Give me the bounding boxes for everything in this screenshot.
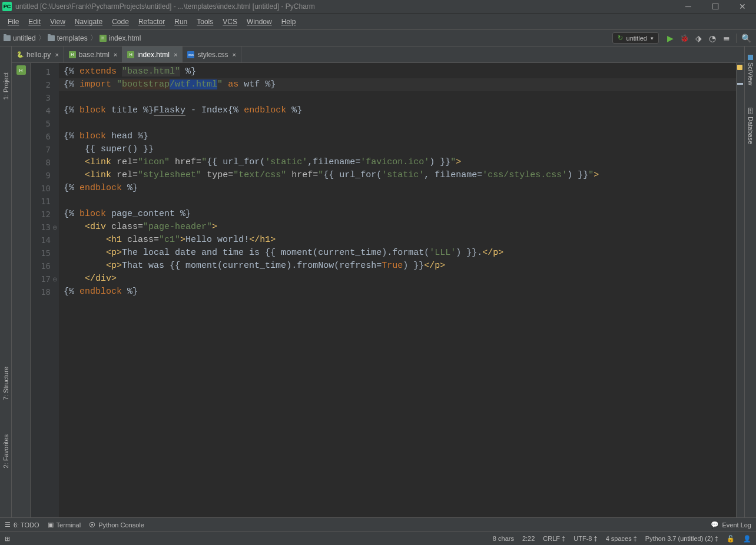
editor-tab[interactable]: 🐍hello.py× [12,46,64,62]
bottom-tool-strip: ☰6: TODO ▣Terminal ⦿Python Console 💬Even… [0,517,756,531]
line-number: 12 [31,208,59,221]
separator [736,34,737,43]
menu-tools[interactable]: Tools [193,15,217,28]
menu-navigate[interactable]: Navigate [71,15,107,28]
breadcrumb-item[interactable]: untitled [4,34,36,42]
close-icon[interactable]: × [114,51,117,58]
editor-tab[interactable]: cssstyles.css× [183,46,241,62]
folder-icon [4,35,11,41]
terminal-icon: ▣ [48,521,54,529]
hector-icon[interactable]: 👤 [743,535,751,543]
tool-project[interactable]: 1: Project [2,70,9,102]
profile-button[interactable]: ◔ [706,32,719,45]
status-position[interactable]: 2:22 [522,535,535,542]
file-type-icon: H [16,65,26,75]
search-everywhere-button[interactable]: 🔍 [740,32,752,45]
marker-bar[interactable] [736,63,744,517]
todo-icon: ☰ [5,521,11,529]
close-icon[interactable]: × [232,51,236,58]
editor-tab[interactable]: Hindex.html× [122,46,183,62]
tool-python-console[interactable]: ⦿Python Console [89,521,144,529]
debug-button[interactable]: 🐞 [678,32,691,45]
code-area[interactable]: {% extends "base.html" %} {% import "boo… [59,63,736,517]
line-number: 4 [31,104,59,117]
tool-database[interactable]: 🗄Database [747,105,754,147]
database-icon: 🗄 [747,108,754,114]
nav-gutter: H [12,63,31,517]
right-tool-strip: SciView 🗄Database [744,46,756,517]
css-icon: css [187,51,194,58]
editor-tab[interactable]: Hbase.html× [64,46,122,62]
line-number: 18 [31,285,59,298]
close-icon[interactable]: × [174,51,177,58]
analysis-indicator[interactable] [737,65,742,70]
read-only-icon[interactable]: 🔓 [727,535,735,543]
breadcrumb-item[interactable]: templates [48,34,88,42]
html-icon: H [69,51,76,58]
run-configuration-selector[interactable]: untitled [612,32,659,44]
line-number: 1 [31,65,59,78]
line-number: 5 [31,117,59,130]
status-line-ending[interactable]: CRLF ‡ [543,535,565,542]
status-encoding[interactable]: UTF-8 ‡ [573,535,597,542]
menubar: File Edit View Navigate Code Refactor Ru… [0,14,756,30]
menu-refactor[interactable]: Refactor [134,15,169,28]
app-icon: PC [2,2,12,11]
menu-help[interactable]: Help [277,15,300,28]
menu-run[interactable]: Run [170,15,191,28]
python-console-icon: ⦿ [89,521,95,529]
menu-vcs[interactable]: VCS [218,15,241,28]
line-number-gutter: 1 2 3 4 5 6 7 8 9 10 11 12 13 14 15 16 1… [31,63,59,517]
event-log-icon: 💬 [711,521,719,529]
folder-icon [48,35,55,41]
line-number: 3 [31,91,59,104]
line-number: 9 [31,169,59,182]
editor-tabs: 🐍hello.py× Hbase.html× Hindex.html× csss… [12,46,744,63]
caret-mark [737,83,743,85]
event-log-button[interactable]: 💬Event Log [711,521,751,529]
breadcrumb-item[interactable]: Hindex.html [100,34,141,42]
html-icon: H [100,35,107,42]
tool-sciview[interactable]: SciView [747,52,754,88]
concurrency-button[interactable]: ≣ [720,32,733,45]
line-number: 11 [31,195,59,208]
line-number: 2 [31,78,59,91]
tool-favorites[interactable]: 2: Favorites [2,432,9,470]
minimize-button[interactable]: ─ [675,0,702,14]
tool-terminal[interactable]: ▣Terminal [48,521,81,529]
line-number: 8 [31,156,59,169]
close-button[interactable]: ✕ [729,0,756,14]
run-button[interactable]: ▶ [664,32,677,45]
menu-window[interactable]: Window [243,15,276,28]
breadcrumb: untitled 〉 templates 〉 Hindex.html [4,33,141,43]
line-number: 7 [31,143,59,156]
status-indent[interactable]: 4 spaces ‡ [606,535,637,542]
menu-code[interactable]: Code [108,15,133,28]
breadcrumb-separator: 〉 [90,33,97,43]
left-tool-strip: 1: Project 7: Structure 2: Favorites [0,46,12,517]
status-interpreter[interactable]: Python 3.7 (untitled) (2) ‡ [645,535,718,542]
editor: 🐍hello.py× Hbase.html× Hindex.html× csss… [12,46,744,517]
tool-todo[interactable]: ☰6: TODO [5,521,39,529]
close-icon[interactable]: × [55,51,58,58]
menu-file[interactable]: File [4,15,23,28]
fold-icon[interactable]: ⊖ [52,224,58,230]
statusbar: ⊞ 8 chars 2:22 CRLF ‡ UTF-8 ‡ 4 spaces ‡… [0,531,756,545]
navbar: untitled 〉 templates 〉 Hindex.html untit… [0,30,756,46]
line-number: 6 [31,130,59,143]
tool-structure[interactable]: 7: Structure [2,364,9,403]
status-selection: 8 chars [493,535,514,542]
python-icon: 🐍 [16,51,24,58]
breadcrumb-separator: 〉 [38,33,45,43]
line-number: 14 [31,234,59,247]
fold-icon[interactable]: ⊖ [52,276,58,282]
menu-edit[interactable]: Edit [24,15,45,28]
sciview-icon [748,55,753,60]
line-number: 10 [31,182,59,195]
html-icon: H [127,51,134,58]
tool-windows-icon[interactable]: ⊞ [5,535,10,543]
window-title: untitled [C:\Users\Frank\PycharmProjects… [15,2,315,11]
maximize-button[interactable]: ☐ [702,0,729,14]
menu-view[interactable]: View [46,15,69,28]
coverage-button[interactable]: ⬗ [692,32,705,45]
